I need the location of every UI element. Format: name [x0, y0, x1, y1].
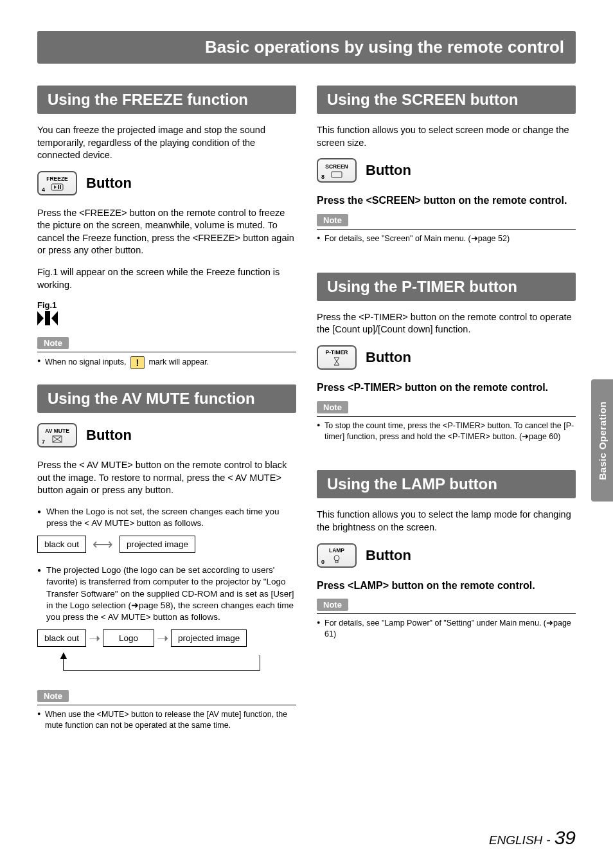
note-divider	[317, 416, 576, 417]
side-tab: Basic Operation	[591, 379, 613, 502]
lamp-button-text: Button	[366, 547, 411, 564]
avmute-btn-label: AV MUTE	[45, 428, 69, 434]
freeze-button-icon: FREEZE 4	[37, 171, 77, 195]
flow3-box-logo: Logo	[103, 629, 154, 647]
bulb-icon	[333, 555, 341, 564]
page-footer: ENGLISH - 39	[489, 827, 576, 849]
avmute-note-block: Note When use the <MUTE> button to relea…	[37, 690, 296, 731]
freeze-button-text: Button	[86, 175, 132, 192]
svg-marker-1	[54, 185, 57, 189]
avmute-btn-number: 7	[42, 439, 45, 445]
ptimer-button-text: Button	[366, 349, 411, 366]
screen-btn-number: 8	[321, 174, 324, 180]
content-columns: Using the FREEZE function You can freeze…	[37, 79, 576, 734]
svg-rect-3	[60, 185, 61, 189]
avmute-body1: Press the < AV MUTE> button on the remot…	[37, 459, 296, 497]
lamp-note1: For details, see "Lamp Power" of "Settin…	[317, 618, 576, 640]
note-tag: Note	[37, 337, 69, 349]
avmute-flow2: black out ⟷ projected image	[37, 536, 296, 553]
section-heading-ptimer: Using the P-TIMER button	[317, 273, 576, 301]
flow-box-projected: projected image	[120, 536, 195, 553]
note-tag: Note	[317, 599, 348, 611]
avmute-flow3: black out ➝ Logo ➝ projected image ▲	[37, 629, 296, 681]
ptimer-instr: Press <P-TIMER> button on the remote con…	[317, 381, 576, 395]
flow3-box-blackout: black out	[37, 629, 86, 647]
note-tag: Note	[37, 690, 69, 702]
freeze-mark-icon	[37, 311, 296, 328]
ptimer-note-block: Note To stop the count time, press the <…	[317, 401, 576, 442]
section-heading-avmute: Using the AV MUTE function	[37, 384, 296, 413]
lamp-button-icon: LAMP 0	[317, 543, 357, 568]
svg-rect-2	[58, 185, 59, 189]
freeze-note-block: Note When no signal inputs, ! mark will …	[37, 337, 296, 369]
freeze-button-row: FREEZE 4 Button	[37, 171, 296, 195]
freeze-btn-label: FREEZE	[46, 176, 68, 182]
lamp-note-block: Note For details, see "Lamp Power" of "S…	[317, 599, 576, 640]
screen-instr: Press the <SCREEN> button on the remote …	[317, 194, 576, 208]
note-divider	[317, 229, 576, 230]
screen-btn-label: SCREEN	[325, 163, 348, 170]
note-tag: Note	[317, 214, 348, 226]
screen-button-text: Button	[366, 162, 411, 179]
screen-button-row: SCREEN 8 Button	[317, 158, 576, 183]
ptimer-button-icon: P-TIMER	[317, 345, 357, 370]
pause-play-icon	[51, 183, 64, 191]
lamp-intro: This function allows you to select the l…	[317, 509, 576, 534]
svg-rect-11	[332, 172, 342, 177]
screen-note-block: Note For details, see "Screen" of Main m…	[317, 214, 576, 244]
freeze-note: When no signal inputs, ! mark will appea…	[37, 356, 296, 369]
footer-separator: -	[546, 833, 550, 847]
section-heading-freeze: Using the FREEZE function	[37, 86, 296, 114]
screen-note1: For details, see "Screen" of Main menu. …	[317, 233, 576, 244]
av-mute-button-icon: AV MUTE 7	[37, 423, 77, 448]
screen-intro: This function allows you to select scree…	[317, 124, 576, 149]
footer-language: ENGLISH	[489, 833, 542, 847]
right-column: Using the SCREEN button This function al…	[317, 79, 576, 734]
section-heading-lamp: Using the LAMP button	[317, 470, 576, 498]
ptimer-btn-label: P-TIMER	[326, 349, 348, 356]
fig1-label: Fig.1	[37, 300, 296, 310]
flow-box-blackout: black out	[37, 536, 86, 553]
note-tag: Note	[317, 401, 348, 413]
lamp-btn-label: LAMP	[329, 547, 344, 554]
left-column: Using the FREEZE function You can freeze…	[37, 79, 296, 734]
right-arrow-icon: ➝	[157, 630, 168, 647]
note-divider	[37, 705, 296, 705]
freeze-body2: Fig.1 will appear on the screen while th…	[37, 266, 296, 291]
ptimer-note1: To stop the count time, press the <P-TIM…	[317, 420, 576, 442]
avmute-bullet2: The projected Logo (the logo can be set …	[37, 565, 296, 623]
note-divider	[37, 352, 296, 352]
svg-point-12	[334, 556, 339, 561]
note-divider	[317, 613, 576, 614]
freeze-btn-number: 4	[42, 186, 45, 193]
section-heading-screen: Using the SCREEN button	[317, 86, 576, 114]
lamp-button-row: LAMP 0 Button	[317, 543, 576, 568]
svg-rect-13	[335, 561, 338, 563]
svg-rect-0	[51, 184, 63, 190]
loop-line	[63, 655, 260, 671]
exclamation-icon: !	[130, 356, 145, 369]
svg-marker-7	[51, 311, 58, 325]
freeze-body1: Press the <FREEZE> button on the remote …	[37, 207, 296, 257]
page: Basic operations by using the remote con…	[0, 0, 613, 868]
screen-rect-icon	[331, 171, 342, 178]
svg-marker-4	[37, 311, 44, 325]
flow3-box-projected: projected image	[171, 629, 247, 647]
freeze-note-pre: When no signal inputs,	[45, 357, 126, 366]
avmute-button-text: Button	[86, 427, 132, 444]
double-arrow-icon: ⟷	[93, 536, 113, 553]
ptimer-intro: Press the <P-TIMER> button on the remote…	[317, 311, 576, 336]
up-arrow-icon: ▲	[58, 649, 69, 662]
avmute-button-row: AV MUTE 7 Button	[37, 423, 296, 448]
lamp-instr: Press <LAMP> button on the remote contro…	[317, 579, 576, 593]
screen-button-icon: SCREEN 8	[317, 158, 357, 183]
ptimer-button-row: P-TIMER Button	[317, 345, 576, 370]
footer-page-number: 39	[555, 827, 576, 849]
right-arrow-icon: ➝	[89, 630, 100, 647]
avmute-bullet1: When the Logo is not set, the screen cha…	[37, 506, 296, 529]
hourglass-icon	[333, 357, 341, 366]
freeze-note-post: mark will appear.	[148, 357, 209, 366]
svg-rect-5	[45, 311, 48, 325]
lamp-btn-number: 0	[321, 559, 324, 565]
svg-rect-6	[48, 311, 50, 325]
